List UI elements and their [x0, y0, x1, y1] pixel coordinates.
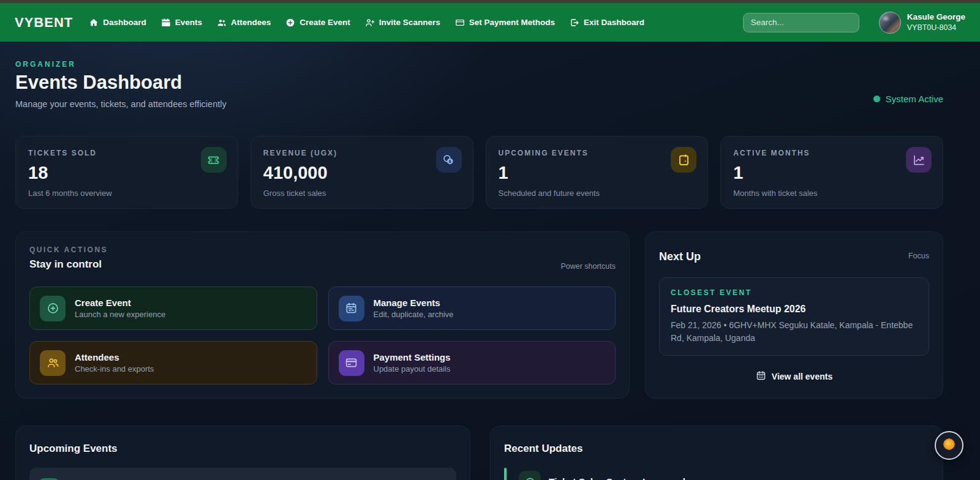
recent-updates-panel: Recent Updates Ticket Sales System Impro…: [490, 426, 943, 480]
next-up-panel: Next Up Focus CLOSEST EVENT Future Creat…: [645, 231, 943, 399]
quick-actions-title: Stay in control: [29, 258, 108, 271]
exit-icon: [570, 18, 579, 28]
stat-value: 410,000: [263, 163, 461, 183]
nav-item-invite-scanners[interactable]: Invite Scanners: [365, 18, 440, 28]
stats-row: TICKETS SOLD 18 Last 6 months overview R…: [15, 136, 943, 209]
stat-label: TICKETS SOLD: [28, 149, 225, 157]
svg-text:$: $: [448, 159, 451, 163]
user-id: VYBT0U-8034: [907, 23, 965, 33]
action-subtitle: Edit, duplicate, archive: [374, 310, 454, 319]
recent-updates-title: Recent Updates: [504, 443, 929, 455]
nav-item-label: Invite Scanners: [379, 18, 440, 27]
upcoming-events-panel: Upcoming Events Future Creators Meetup 2…: [15, 426, 470, 480]
credit-card-icon: [339, 350, 364, 376]
nav-item-label: Dashboard: [103, 18, 146, 27]
stat-caption: Last 6 months overview: [28, 189, 225, 198]
nav-item-label: Set Payment Methods: [469, 18, 555, 27]
page-title: Events Dashboard: [15, 72, 227, 94]
credit-card-icon: [455, 18, 465, 28]
status-text: System Active: [886, 94, 943, 104]
avatar[interactable]: [879, 12, 901, 34]
stat-card-upcoming-events: UPCOMING EVENTS 1 Scheduled and future e…: [486, 136, 709, 209]
payment-settings-button[interactable]: Payment Settings Update payout details: [328, 341, 616, 384]
view-all-events-label: View all events: [772, 372, 832, 381]
users-icon: [217, 18, 227, 28]
plus-circle-icon: [285, 18, 295, 28]
organizer-eyebrow: ORGANIZER: [15, 60, 227, 69]
upcoming-event-row[interactable]: Future Creators Meetup 2026: [29, 468, 456, 480]
manage-events-button[interactable]: Manage Events Edit, duplicate, archive: [328, 287, 616, 330]
update-accent-bar: [504, 468, 507, 480]
calendar-grid-icon: [756, 370, 766, 383]
status-dot-icon: [873, 96, 880, 102]
nav-item-dashboard[interactable]: Dashboard: [89, 18, 146, 28]
gauge-icon: [519, 471, 541, 480]
stat-caption: Scheduled and future events: [499, 189, 696, 198]
page-header: ORGANIZER Events Dashboard Manage your e…: [15, 60, 943, 109]
nav-links: Dashboard Events Attendees Create Event …: [89, 18, 644, 28]
closest-event-card: CLOSEST EVENT Future Creators Meetup 202…: [659, 277, 929, 356]
action-title: Manage Events: [374, 298, 454, 308]
next-up-hint: Focus: [908, 252, 929, 260]
stat-value: 1: [499, 163, 696, 183]
closest-event-details: Feb 21, 2026 • 6GHV+MHX Seguku Katale, K…: [671, 319, 918, 345]
user-meta: Kasule George VYBT0U-8034: [907, 12, 965, 33]
action-title: Payment Settings: [374, 352, 451, 362]
stat-label: REVENUE (UGX): [263, 149, 461, 157]
page-subtitle: Manage your events, tickets, and attende…: [15, 99, 227, 109]
stat-label: ACTIVE MONTHS: [733, 149, 930, 157]
next-up-title: Next Up: [659, 250, 701, 263]
sun-icon: [941, 437, 957, 454]
action-title: Attendees: [75, 352, 154, 362]
calendar-icon: [161, 18, 171, 28]
trend-up-icon: [906, 147, 932, 173]
quick-actions-eyebrow: QUICK ACTIONS: [29, 246, 108, 254]
stat-card-tickets-sold: TICKETS SOLD 18 Last 6 months overview: [15, 136, 238, 209]
nav-item-attendees[interactable]: Attendees: [217, 18, 271, 28]
calendar-edit-icon: [339, 296, 364, 321]
nav-item-label: Attendees: [231, 18, 271, 27]
stat-value: 1: [733, 163, 930, 183]
plus-circle-icon: [40, 296, 66, 321]
action-subtitle: Launch a new experience: [75, 310, 165, 319]
nav-item-create-event[interactable]: Create Event: [285, 18, 350, 28]
user-name: Kasule George: [907, 12, 965, 23]
calendar-icon: [671, 147, 696, 173]
user-profile-chip[interactable]: Kasule George VYBT0U-8034: [879, 12, 965, 34]
action-subtitle: Update payout details: [374, 364, 451, 373]
nav-item-set-payment-methods[interactable]: Set Payment Methods: [455, 18, 555, 28]
update-row: Ticket Sales System Improved: [504, 468, 929, 480]
upcoming-events-title: Upcoming Events: [29, 443, 456, 455]
stat-caption: Gross ticket sales: [263, 189, 461, 198]
stat-value: 18: [28, 163, 225, 183]
user-plus-icon: [365, 18, 375, 28]
navbar: VYBENT Dashboard Events Attendees Create…: [0, 3, 980, 42]
coins-icon: $: [436, 147, 462, 173]
quick-actions-panel: QUICK ACTIONS Stay in control Power shor…: [15, 231, 630, 399]
brand-logo[interactable]: VYBENT: [15, 15, 73, 31]
theme-toggle-button[interactable]: [935, 431, 963, 460]
stat-card-active-months: ACTIVE MONTHS 1 Months with ticket sales: [720, 136, 943, 209]
quick-actions-hint: Power shortcuts: [560, 262, 616, 271]
users-icon: [40, 350, 66, 376]
home-icon: [89, 18, 99, 28]
closest-event-title: Future Creators Meetup 2026: [671, 304, 918, 315]
stat-caption: Months with ticket sales: [733, 189, 930, 198]
nav-item-events[interactable]: Events: [161, 18, 202, 28]
nav-item-exit-dashboard[interactable]: Exit Dashboard: [570, 18, 644, 28]
nav-item-label: Events: [175, 18, 202, 27]
attendees-button[interactable]: Attendees Check-ins and exports: [29, 341, 317, 384]
action-subtitle: Check-ins and exports: [75, 364, 154, 373]
stat-card-revenue: REVENUE (UGX) 410,000 Gross ticket sales…: [251, 136, 473, 209]
nav-item-label: Exit Dashboard: [584, 18, 644, 27]
ticket-icon: [201, 147, 227, 173]
view-all-events-button[interactable]: View all events: [659, 370, 929, 383]
closest-event-eyebrow: CLOSEST EVENT: [671, 288, 918, 297]
action-title: Create Event: [75, 298, 165, 308]
nav-item-label: Create Event: [300, 18, 350, 27]
status-badge: System Active: [873, 88, 943, 109]
update-title: Ticket Sales System Improved: [549, 476, 685, 480]
search-input[interactable]: [743, 13, 859, 32]
create-event-button[interactable]: Create Event Launch a new experience: [29, 287, 317, 330]
stat-label: UPCOMING EVENTS: [499, 149, 696, 157]
